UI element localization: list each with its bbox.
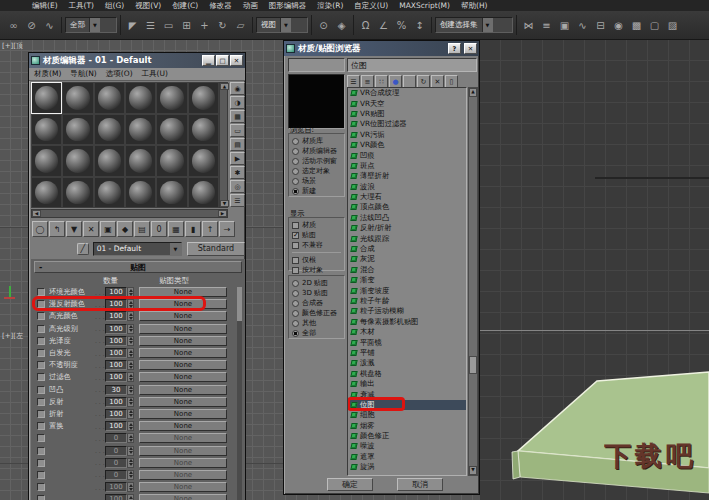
layer-manager-icon[interactable]: ▣ <box>556 15 573 35</box>
map-amount-field[interactable]: 100 <box>105 360 127 370</box>
amount-spinner[interactable] <box>127 470 134 480</box>
sample-slot[interactable] <box>188 82 219 114</box>
map-enable-checkbox[interactable] <box>37 288 45 296</box>
menu-item[interactable]: 自定义(U) <box>354 1 388 11</box>
map-type-button[interactable]: None <box>139 458 227 468</box>
sample-slot[interactable] <box>62 145 93 177</box>
sample-type-icon[interactable]: ◉ <box>230 82 245 95</box>
assign-material-to-selection-icon[interactable]: ▼ <box>66 221 82 237</box>
amount-spinner[interactable] <box>127 348 134 358</box>
material-id-channel-icon[interactable]: 0 <box>151 221 167 237</box>
map-enable-checkbox[interactable] <box>37 398 45 406</box>
menu-item[interactable]: 动画 <box>243 1 258 11</box>
named-selection-sets-field[interactable]: 创建选择集▼ <box>435 17 513 33</box>
map-type-list-item[interactable]: 平铺 <box>348 348 466 358</box>
browser-titlebar[interactable]: 材质/贴图浏览器 ? ✕ <box>284 41 479 56</box>
amount-spinner[interactable] <box>127 397 134 407</box>
map-type-list-item[interactable]: 波浪 <box>348 182 466 192</box>
select-and-scale-icon[interactable]: ▱ <box>232 15 249 35</box>
viewport-label-top[interactable]: [+][顶 <box>2 41 23 51</box>
select-and-rotate-icon[interactable]: ↻ <box>214 15 231 35</box>
amount-spinner[interactable] <box>127 311 134 321</box>
map-enable-checkbox[interactable] <box>37 422 45 430</box>
spinner-snap-icon[interactable]: ↕ <box>411 15 428 35</box>
map-type-list-item[interactable]: 位图 <box>348 400 466 410</box>
sample-slot[interactable] <box>125 82 156 114</box>
amount-spinner[interactable] <box>127 421 134 431</box>
sample-uv-tiling-icon[interactable]: ▭ <box>230 124 245 137</box>
menu-item[interactable]: 渲染(R) <box>317 1 343 11</box>
sample-slot[interactable] <box>156 114 187 146</box>
sample-slot[interactable] <box>94 177 125 209</box>
scroll-left-icon[interactable]: ◀ <box>32 210 41 217</box>
options-icon[interactable]: ✱ <box>230 166 245 179</box>
sample-slot[interactable] <box>156 177 187 209</box>
map-type-button[interactable]: None <box>139 421 227 431</box>
schematic-view-icon[interactable]: ⊟ <box>592 15 609 35</box>
amount-spinner[interactable] <box>127 360 134 370</box>
sample-slot[interactable] <box>31 177 62 209</box>
map-amount-field[interactable]: 100 <box>105 299 127 309</box>
map-enable-checkbox[interactable] <box>37 349 45 357</box>
go-forward-sibling-icon[interactable]: → <box>219 221 235 237</box>
map-type-list-item[interactable]: 粒子运动模糊 <box>348 306 466 316</box>
map-type-button[interactable]: None <box>139 385 227 395</box>
map-type-list-item[interactable]: 光线跟踪 <box>348 233 466 243</box>
map-type-list-item[interactable]: VR污垢 <box>348 130 466 140</box>
sample-slot[interactable] <box>62 177 93 209</box>
map-type-button[interactable]: None <box>139 348 227 358</box>
amount-spinner[interactable] <box>127 458 134 468</box>
map-type-list-item[interactable]: 法线凹凸 <box>348 213 466 223</box>
amount-spinner[interactable] <box>127 482 134 492</box>
map-amount-field[interactable]: 0 <box>105 458 127 468</box>
menu-item[interactable]: 编辑(E) <box>32 1 58 11</box>
map-type-button[interactable]: None <box>139 336 227 346</box>
show-checkbox-option[interactable]: 材质 <box>292 220 344 230</box>
get-material-icon[interactable]: ◯ <box>32 221 48 237</box>
menu-item[interactable]: MAXScript(M) <box>399 1 450 10</box>
map-type-list-item[interactable]: 泼溅 <box>348 358 466 368</box>
amount-spinner[interactable] <box>127 372 134 382</box>
sample-slot[interactable] <box>156 145 187 177</box>
map-type-list-item[interactable]: 每像素摄影机贴图 <box>348 317 466 327</box>
browse-from-option[interactable]: 活动示例窗 <box>292 156 344 166</box>
select-and-manipulate-icon[interactable]: ◈ <box>333 15 350 35</box>
select-by-material-icon[interactable]: ◎ <box>230 180 245 193</box>
help-button[interactable]: ? <box>448 43 461 54</box>
map-type-list-item[interactable]: 混合 <box>348 265 466 275</box>
map-amount-field[interactable]: 100 <box>105 494 127 500</box>
map-enable-checkbox[interactable] <box>37 495 45 500</box>
map-type-list-item[interactable]: 细胞 <box>348 410 466 420</box>
menu-item[interactable]: 工具(T) <box>69 1 94 11</box>
map-type-list-item[interactable]: VR颜色 <box>348 140 466 150</box>
map-category-option[interactable]: 其他 <box>292 318 344 328</box>
map-type-list-item[interactable]: 渐变 <box>348 275 466 285</box>
map-amount-field[interactable]: 100 <box>105 311 127 321</box>
map-enable-checkbox[interactable] <box>37 312 45 320</box>
sample-slot[interactable] <box>188 145 219 177</box>
map-type-list-item[interactable]: 斑点 <box>348 161 466 171</box>
map-enable-checkbox[interactable] <box>37 325 45 333</box>
show-checkbox-option[interactable]: 按对象 <box>292 265 344 275</box>
use-pivot-point-icon[interactable]: ⊙ <box>315 15 332 35</box>
show-map-in-viewport-icon[interactable]: ▦ <box>168 221 184 237</box>
map-category-option[interactable]: 2D 贴图 <box>292 278 344 288</box>
sample-slot[interactable] <box>125 114 156 146</box>
map-type-list-item[interactable]: 薄壁折射 <box>348 171 466 181</box>
map-type-list-item[interactable]: 大理石 <box>348 192 466 202</box>
sample-slot[interactable] <box>94 145 125 177</box>
rectangular-selection-region-icon[interactable]: ▭ <box>160 15 177 35</box>
map-type-button[interactable]: None <box>139 287 227 297</box>
sample-horizontal-scrollbar[interactable]: ◀ ▶ <box>31 209 228 218</box>
scroll-up-icon[interactable]: ▲ <box>469 88 477 97</box>
amount-spinner[interactable] <box>127 324 134 334</box>
map-amount-field[interactable]: 30 <box>105 385 127 395</box>
map-type-button[interactable]: None <box>139 397 227 407</box>
bind-to-space-warp-icon[interactable]: ∿ <box>41 15 58 35</box>
rendered-frame-icon[interactable]: ▢ <box>646 15 663 35</box>
menu-item[interactable]: 视图(V) <box>135 1 161 11</box>
map-amount-field[interactable]: 100 <box>105 397 127 407</box>
map-type-list-item[interactable]: 平面镜 <box>348 337 466 347</box>
make-preview-icon[interactable]: ▶ <box>230 152 245 165</box>
map-enable-checkbox[interactable] <box>37 361 45 369</box>
